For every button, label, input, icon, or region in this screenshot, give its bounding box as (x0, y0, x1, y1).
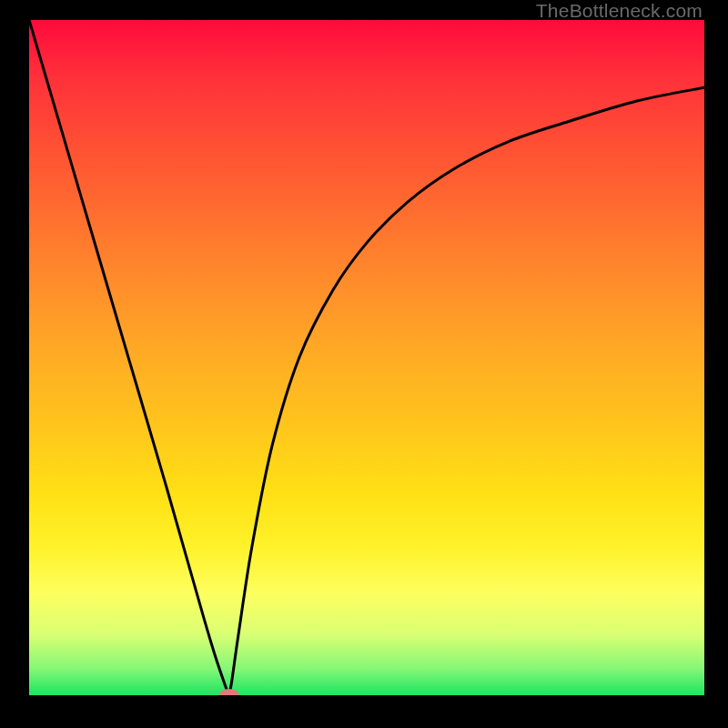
curve-svg (29, 20, 704, 695)
right-curve (229, 87, 704, 695)
vertex-dot (219, 689, 239, 695)
left-curve (29, 20, 229, 695)
chart-frame: TheBottleneck.com (0, 0, 728, 728)
plot-area (29, 20, 704, 695)
watermark-text: TheBottleneck.com (536, 0, 703, 22)
